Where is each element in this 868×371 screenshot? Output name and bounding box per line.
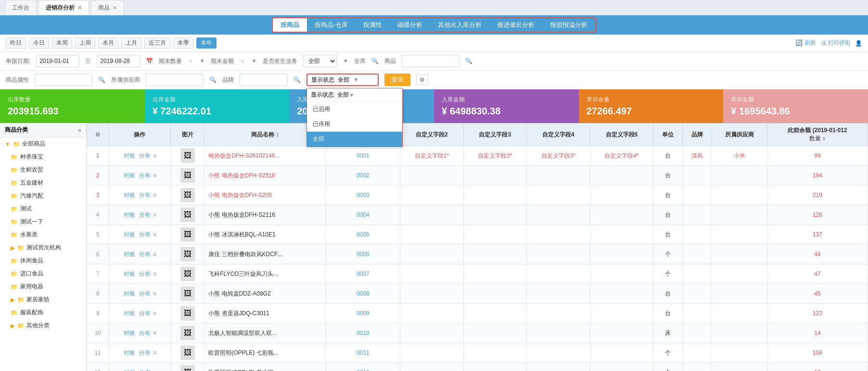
action-reconcile-8[interactable]: 对账 (124, 290, 135, 297)
sidebar-item-org[interactable]: ▶ 📁 测试营次机构 (0, 241, 86, 254)
sidebar-item-hardware[interactable]: 📁 五金建材 (0, 176, 86, 189)
tab-goods[interactable]: 商品 ✕ (91, 0, 124, 15)
action-distribute-7[interactable]: 分布 (139, 271, 151, 277)
nav-by-attr[interactable]: 按属性 (356, 18, 390, 32)
sidebar-item-auto[interactable]: 📁 汽修汽配 (0, 189, 86, 202)
grid-icon-9[interactable]: ≡ (153, 310, 156, 317)
action-distribute-2[interactable]: 分布 (139, 172, 151, 179)
sidebar-item-snack[interactable]: 📁 休闲食品 (0, 254, 86, 267)
supplier-input[interactable] (146, 74, 204, 86)
supplier-search-icon[interactable]: 🔍 (209, 76, 217, 83)
action-reconcile-4[interactable]: 对账 (124, 211, 135, 218)
biz-dropdown[interactable]: ▼ (343, 58, 348, 64)
action-reconcile-12[interactable]: 对账 (124, 369, 135, 371)
dropdown-option-disabled[interactable]: 已停用 (307, 117, 402, 132)
sidebar-item-appliance[interactable]: 📁 家用电器 (0, 280, 86, 293)
filter-three-months[interactable]: 近三月 (144, 37, 170, 49)
action-distribute-11[interactable]: 分布 (139, 349, 151, 356)
action-distribute-4[interactable]: 分布 (139, 211, 151, 218)
grid-icon-8[interactable]: ≡ (153, 290, 156, 297)
attr-search-icon[interactable]: 🔍 (98, 76, 105, 83)
sidebar-item-test2[interactable]: 📁 测试一下 (0, 215, 86, 228)
date-to-input[interactable] (97, 55, 140, 67)
grid-icon-12[interactable]: ≡ (153, 369, 156, 371)
action-distribute-5[interactable]: 分布 (139, 231, 151, 238)
filter-last-month[interactable]: 上月 (121, 37, 141, 49)
period-amt-lt[interactable]: ＜ (240, 57, 245, 65)
sidebar-collapse-icon[interactable]: « (78, 127, 81, 134)
filter-yesterday[interactable]: 昨日 (6, 37, 26, 49)
refresh-btn[interactable]: 🔄 刷新 (795, 39, 816, 47)
filter-last-week[interactable]: 上周 (75, 37, 95, 49)
grid-icon-5[interactable]: ≡ (153, 231, 156, 238)
sidebar-item-other[interactable]: ▶ 📁 其他分类 (0, 319, 86, 332)
sidebar-item-all-goods[interactable]: ▼ 📁 全部商品 (0, 137, 86, 150)
action-distribute-10[interactable]: 分布 (139, 330, 151, 336)
nav-urge-analysis[interactable]: 催进催出分析 (489, 18, 542, 32)
action-reconcile-7[interactable]: 对账 (124, 271, 135, 277)
action-distribute-12[interactable]: 分布 (139, 369, 151, 371)
goods-search-icon[interactable]: 🔍 (465, 58, 472, 64)
sidebar-item-home[interactable]: ▶ 📁 家居家纺 (0, 293, 86, 306)
grid-icon-11[interactable]: ≡ (153, 349, 156, 356)
col-prev-qty[interactable]: 此前余额 (2019-01-012数量 ↕ (767, 124, 868, 146)
action-reconcile-9[interactable]: 对账 (124, 310, 135, 317)
sidebar-item-test[interactable]: 📁 测试 (0, 202, 86, 215)
dropdown-arrow-icon[interactable]: ▼ (349, 92, 355, 99)
print-btn[interactable]: 🖨 打印(F8) (821, 39, 850, 47)
filter-today[interactable]: 今日 (29, 37, 49, 49)
dropdown-option-all[interactable]: 全部 (307, 132, 402, 147)
action-distribute-9[interactable]: 分布 (139, 310, 151, 317)
warehouse-search-icon[interactable]: 🔍 (371, 58, 379, 64)
tab-workbench[interactable]: 工作台 (5, 0, 37, 15)
goods-input[interactable] (402, 55, 460, 67)
grid-icon-7[interactable]: ≡ (153, 271, 156, 277)
grid-icon-6[interactable]: ≡ (153, 251, 156, 258)
period-amt-gt[interactable]: ▼ (251, 58, 257, 64)
grid-icon-3[interactable]: ≡ (153, 192, 156, 198)
col-gear[interactable]: ⚙ (87, 124, 109, 146)
action-reconcile-3[interactable]: 对账 (124, 192, 135, 198)
biz-select[interactable]: 全部 (303, 55, 337, 67)
action-reconcile-10[interactable]: 对账 (124, 330, 135, 336)
nav-loss-analysis[interactable]: 报损报溢分析 (542, 18, 595, 32)
action-distribute-3[interactable]: 分布 (139, 192, 151, 198)
close-goods-tab[interactable]: ✕ (113, 5, 117, 11)
sidebar-item-fashion[interactable]: 📁 服装配饰 (0, 306, 86, 319)
close-inventory-tab[interactable]: ✕ (77, 5, 82, 11)
nav-other-inout[interactable]: 其他出入库分析 (430, 18, 489, 32)
dropdown-option-enabled[interactable]: 已启用 (307, 102, 402, 117)
sidebar-item-fruit[interactable]: 📁 水果类 (0, 228, 86, 241)
filter-this-month[interactable]: 本月 (98, 37, 118, 49)
action-distribute-6[interactable]: 分布 (139, 251, 151, 258)
action-distribute-1[interactable]: 分布 (139, 152, 151, 159)
action-distribute-8[interactable]: 分布 (139, 290, 151, 297)
sidebar-item-fresh[interactable]: 📁 生鲜农贸 (0, 163, 86, 176)
sidebar-item-jewelry[interactable]: 📁 种养珠宝 (0, 150, 86, 163)
display-status-trigger[interactable]: 显示状态 全部 ▼ (306, 74, 379, 86)
brand-input[interactable] (240, 74, 288, 86)
gear-button[interactable]: ⚙ (95, 131, 101, 138)
grid-icon-4[interactable]: ≡ (153, 211, 156, 218)
date-from-input[interactable] (36, 55, 79, 67)
period-qty-gt[interactable]: ▼ (199, 58, 205, 64)
action-reconcile-11[interactable]: 对账 (124, 349, 135, 356)
user-icon[interactable]: 👤 (855, 40, 862, 47)
nav-by-goods[interactable]: 按商品 (273, 18, 307, 32)
period-qty-lt[interactable]: ＜ (188, 57, 193, 65)
filter-this-year[interactable]: 本年 (196, 37, 217, 49)
filter-this-quarter[interactable]: 本季 (173, 37, 193, 49)
nav-by-goods-warehouse[interactable]: 按商品-仓库 (307, 18, 356, 32)
nav-disk-analysis[interactable]: 磁碟分析 (390, 18, 430, 32)
grid-icon-2[interactable]: ≡ (153, 172, 156, 179)
calendar-icon[interactable]: 📅 (146, 58, 153, 64)
attr-input[interactable] (35, 74, 92, 86)
action-reconcile-5[interactable]: 对账 (124, 231, 135, 238)
action-reconcile-1[interactable]: 对账 (124, 152, 135, 159)
tab-inventory[interactable]: 进销存分析 ✕ (38, 0, 89, 15)
action-reconcile-6[interactable]: 对账 (124, 251, 135, 258)
sidebar-item-import[interactable]: 📁 进口食品 (0, 267, 86, 280)
grid-icon-1[interactable]: ≡ (153, 152, 156, 159)
brand-search-icon[interactable]: 🔍 (294, 76, 301, 83)
setting-button[interactable]: ⚙ (416, 74, 428, 85)
